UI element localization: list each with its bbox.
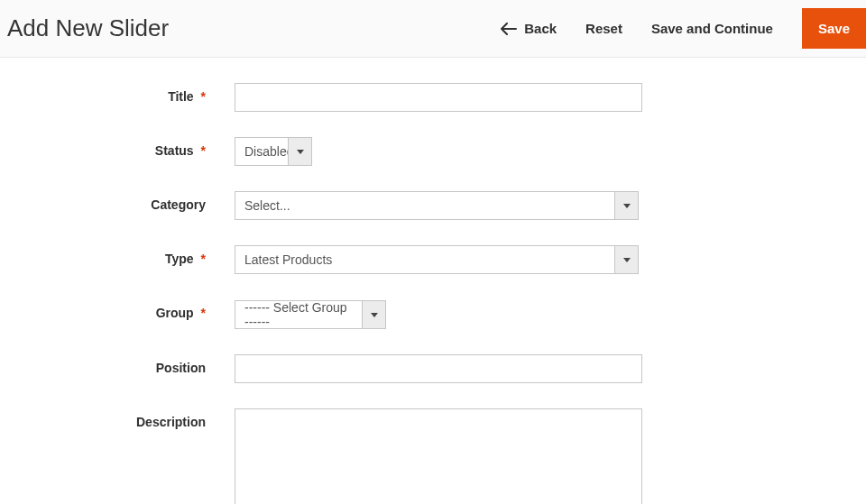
page-header: Add New Slider Back Reset Save and Conti…: [0, 0, 866, 58]
page-title: Add New Slider: [7, 14, 169, 42]
label-title-text: Title: [168, 89, 194, 104]
cell-status: Disabled: [215, 137, 312, 166]
cell-type: Latest Products: [215, 245, 639, 274]
description-textarea[interactable]: [235, 408, 642, 504]
label-status: Status *: [0, 137, 215, 158]
label-description: Description: [0, 408, 215, 429]
required-star-icon: *: [201, 143, 206, 158]
chevron-down-icon: [288, 138, 311, 165]
group-select[interactable]: ------ Select Group ------: [235, 300, 386, 329]
type-select[interactable]: Latest Products: [235, 245, 639, 274]
group-select-value: ------ Select Group ------: [235, 301, 362, 328]
row-status: Status * Disabled: [0, 137, 866, 166]
status-select[interactable]: Disabled: [235, 137, 312, 166]
status-select-value: Disabled: [235, 138, 288, 165]
label-type: Type *: [0, 245, 215, 266]
row-type: Type * Latest Products: [0, 245, 866, 274]
cell-position: [215, 354, 642, 383]
save-continue-button[interactable]: Save and Continue: [651, 21, 773, 36]
cell-category: Select...: [215, 191, 639, 220]
row-title: Title *: [0, 83, 866, 112]
label-type-text: Type: [165, 252, 194, 266]
save-button[interactable]: Save: [802, 8, 866, 49]
cell-description: [215, 408, 642, 504]
category-select-value: Select...: [235, 192, 614, 219]
label-group-text: Group: [156, 306, 194, 320]
reset-button[interactable]: Reset: [585, 21, 622, 36]
row-description: Description: [0, 408, 866, 504]
label-category-text: Category: [151, 197, 206, 212]
position-input[interactable]: [235, 354, 642, 383]
row-position: Position: [0, 354, 866, 383]
required-star-icon: *: [201, 252, 206, 266]
title-input[interactable]: [235, 83, 642, 112]
label-category: Category: [0, 191, 215, 212]
back-button[interactable]: Back: [501, 21, 557, 36]
reset-label: Reset: [585, 21, 622, 36]
back-label: Back: [524, 21, 557, 36]
required-star-icon: *: [201, 306, 206, 320]
row-category: Category Select...: [0, 191, 866, 220]
label-position-text: Position: [156, 361, 206, 375]
cell-group: ------ Select Group ------: [215, 299, 386, 329]
label-title: Title *: [0, 83, 215, 104]
arrow-left-icon: [501, 23, 517, 35]
cell-title: [215, 83, 642, 112]
label-status-text: Status: [155, 143, 194, 158]
save-continue-label: Save and Continue: [651, 21, 773, 36]
chevron-down-icon: [362, 301, 385, 328]
form-area: Title * Status * Disabled Category Selec…: [0, 58, 866, 504]
label-group: Group *: [0, 299, 215, 320]
label-description-text: Description: [136, 415, 206, 429]
row-group: Group * ------ Select Group ------: [0, 299, 866, 329]
chevron-down-icon: [614, 246, 638, 273]
header-actions: Back Reset Save and Continue Save: [501, 8, 866, 49]
label-position: Position: [0, 354, 215, 375]
category-select[interactable]: Select...: [235, 191, 639, 220]
type-select-value: Latest Products: [235, 246, 614, 273]
required-star-icon: *: [201, 89, 206, 104]
chevron-down-icon: [614, 192, 638, 219]
